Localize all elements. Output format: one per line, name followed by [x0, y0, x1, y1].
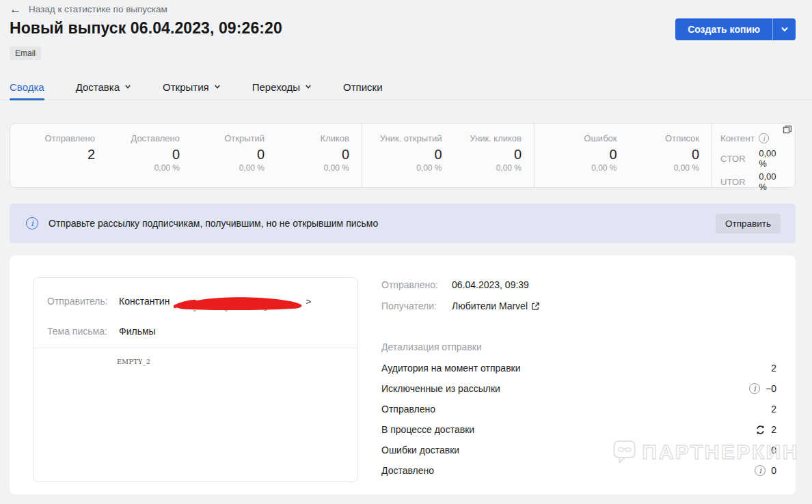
page-title: Новый выпуск 06.04.2023, 09:26:20	[10, 19, 282, 38]
tab-delivery[interactable]: Доставка	[76, 74, 131, 100]
chevron-down-icon	[124, 83, 131, 90]
recipients-value: Любители Marvel	[452, 300, 528, 311]
tab-unsubscribes[interactable]: Отписки	[343, 74, 382, 100]
stat-value: 0	[180, 147, 265, 162]
stat-unique-clicks: Уник. кликов 0 0,00 %	[442, 133, 522, 187]
stat-label: Ошибок	[534, 133, 617, 143]
stat-value: 0	[617, 147, 700, 162]
breakdown-rows: Аудитория на момент отправки 2 Исключенн…	[381, 358, 776, 481]
ctor-value: 0,00 %	[759, 148, 785, 169]
email-preview-placeholder: EMPTY_2	[117, 358, 150, 365]
ctor-row: CTOR 0,00 %	[720, 148, 785, 169]
tab-label: Переходы	[252, 81, 300, 93]
stat-errors: Ошибок 0 0,00 %	[534, 133, 617, 187]
row-value: 2	[771, 404, 776, 415]
tab-bar: Сводка Доставка Открытия Переходы Отписк…	[0, 74, 812, 100]
sender-row: Отправитель: Константин >	[33, 294, 357, 308]
stat-label: Уник. кликов	[442, 133, 522, 143]
resend-button[interactable]: Отправить	[716, 214, 781, 234]
external-link-icon	[531, 302, 540, 311]
utor-value: 0,00 %	[759, 171, 785, 192]
stat-opens: Открытий 0 0,00 %	[180, 133, 265, 187]
stats-group-errors: Ошибок 0 0,00 % Отписок 0 0,00 %	[534, 124, 712, 187]
stat-percent: 0,00 %	[180, 163, 265, 173]
back-arrow-icon: ←	[10, 3, 21, 15]
info-icon: i	[26, 217, 38, 229]
message-preview-card: Отправитель: Константин > Тема письма: Ф…	[33, 277, 358, 482]
row-value: 0	[771, 445, 776, 456]
tab-label: Открытия	[163, 81, 209, 93]
row-audience: Аудитория на момент отправки 2	[381, 358, 776, 378]
copy-stats-icon[interactable]	[779, 121, 796, 141]
refresh-icon	[755, 425, 766, 435]
stat-label: Доставлено	[95, 133, 180, 143]
sender-value: Константин	[119, 296, 170, 307]
row-value: 2	[771, 424, 776, 435]
stat-value: 2	[10, 147, 95, 162]
row-excluded: Исключенные из рассылки i −0	[381, 378, 776, 399]
row-label: Ошибки доставки	[381, 445, 459, 456]
stat-label: Отправлено	[10, 133, 95, 143]
info-icon[interactable]: i	[759, 133, 769, 143]
stat-percent: 0,00 %	[95, 163, 180, 173]
recipients-row: Получатели: Любители Marvel	[381, 298, 776, 313]
ctor-label: CTOR	[720, 154, 749, 164]
tab-opens[interactable]: Открытия	[163, 74, 221, 100]
channel-badge: Email	[10, 46, 41, 60]
stat-value: 0	[95, 147, 180, 162]
stat-value: 0	[534, 147, 617, 162]
stat-value: 0	[265, 147, 349, 162]
stat-percent: 0,00 %	[617, 163, 700, 173]
campaign-detail-card: Отправитель: Константин > Тема письма: Ф…	[10, 255, 796, 494]
tab-label: Отписки	[343, 81, 382, 93]
stat-label: Открытий	[180, 133, 265, 143]
subject-row: Тема письма: Фильмы	[33, 326, 357, 337]
chevron-down-icon	[214, 83, 221, 90]
chevron-down-icon	[781, 25, 789, 33]
tab-summary[interactable]: Сводка	[10, 74, 44, 100]
row-value: 0	[771, 465, 776, 476]
info-icon[interactable]: i	[755, 465, 766, 476]
stat-label: Отписок	[617, 133, 700, 143]
stat-percent: 0,00 %	[265, 163, 349, 173]
utor-label: UTOR	[720, 177, 749, 187]
stat-percent: 0,00 %	[534, 163, 617, 173]
create-copy-dropdown-toggle[interactable]	[773, 18, 796, 40]
sent-at-label: Отправлено:	[381, 279, 452, 290]
resend-banner: i Отправьте рассылку подписчикам, получи…	[10, 204, 796, 243]
back-link-label: Назад к статистике по выпускам	[29, 4, 167, 14]
stat-percent: 0,00 %	[442, 163, 522, 173]
stat-clicks: Кликов 0 0,00 %	[265, 133, 349, 187]
recipients-label: Получатели:	[381, 300, 452, 311]
stat-percent	[10, 163, 95, 173]
banner-message: Отправьте рассылку подписчикам, получивш…	[49, 218, 705, 229]
back-link[interactable]: ← Назад к статистике по выпускам	[10, 3, 167, 15]
stats-group-unique: Уник. открытий 0 0,00 % Уник. кликов 0 0…	[362, 124, 534, 187]
row-value: −0	[766, 383, 776, 394]
tab-label: Сводка	[10, 81, 44, 93]
utor-row: UTOR 0,00 %	[720, 171, 785, 192]
row-delivered: Доставлено i 0	[381, 460, 776, 481]
tab-clicks[interactable]: Переходы	[252, 74, 312, 100]
stat-sent: Отправлено 2	[10, 133, 95, 187]
row-label: В процессе доставки	[381, 424, 474, 435]
chevron-down-icon	[305, 83, 312, 90]
create-copy-label: Создать копию	[688, 24, 760, 35]
content-label: Контент	[720, 133, 755, 143]
create-copy-button[interactable]: Создать копию	[675, 18, 772, 40]
stat-unsubscribes: Отписок 0 0,00 %	[617, 133, 700, 187]
create-copy-split-button: Создать копию	[675, 18, 796, 40]
info-icon[interactable]: i	[749, 383, 760, 394]
stat-label: Уник. открытий	[362, 133, 442, 143]
recipients-link[interactable]: Любители Marvel	[452, 300, 540, 311]
tab-label: Доставка	[76, 81, 120, 93]
row-label: Доставлено	[381, 465, 434, 476]
subject-value: Фильмы	[119, 326, 156, 337]
stats-group-main: Отправлено 2 Доставлено 0 0,00 % Открыти…	[10, 124, 362, 187]
row-label: Отправлено	[381, 404, 435, 415]
row-label: Исключенные из рассылки	[381, 383, 500, 394]
row-in-progress: В процессе доставки 2	[381, 419, 776, 440]
subject-label: Тема письма:	[47, 326, 119, 337]
row-delivery-errors: Ошибки доставки 0	[381, 440, 776, 460]
sent-at-value: 06.04.2023, 09:39	[452, 279, 529, 290]
